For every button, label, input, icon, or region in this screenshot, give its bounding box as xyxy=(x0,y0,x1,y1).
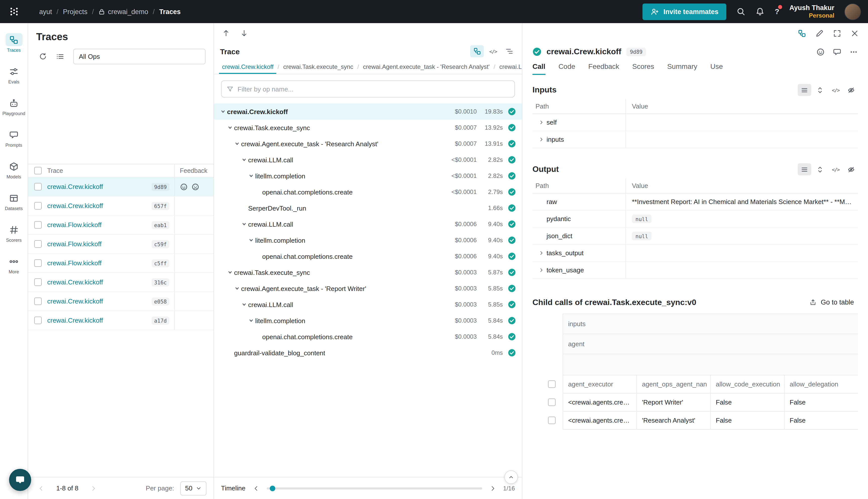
chevron-right-icon[interactable] xyxy=(535,137,546,142)
trace-name-link[interactable]: crewai.Crew.kickoff xyxy=(47,278,103,286)
op-name-filter-input[interactable] xyxy=(238,85,509,93)
tab-task-execute-sync[interactable]: crewai.Task.execute_sync xyxy=(280,59,356,74)
chevron-down-icon[interactable] xyxy=(247,173,255,179)
breadcrumb-entity[interactable]: ayut xyxy=(39,8,52,15)
chevron-down-icon[interactable] xyxy=(240,222,248,227)
chevron-down-icon[interactable] xyxy=(240,302,248,307)
per-page-select[interactable]: 50 xyxy=(180,481,207,495)
help-icon[interactable]: ? xyxy=(775,7,779,16)
timeline-slider-handle[interactable] xyxy=(270,485,275,491)
row-checkbox[interactable] xyxy=(34,221,41,229)
trace-tree-row[interactable]: guardrail-validate_blog_content 0ms xyxy=(214,345,522,361)
go-to-table-button[interactable]: Go to table xyxy=(805,296,858,308)
tab-code[interactable]: Code xyxy=(558,62,575,75)
table-row[interactable]: crewai.Crew.kickoff 9d89 xyxy=(28,178,213,196)
trace-tree-row[interactable]: crewai.Task.execute_sync $0.0007 13.92s xyxy=(214,120,522,136)
close-panel-button[interactable] xyxy=(851,29,859,37)
table-row[interactable]: crewai.Crew.kickoff 657f xyxy=(28,196,213,216)
sidebar-item-datasets[interactable]: Datasets xyxy=(0,185,28,217)
sidebar-item-models[interactable]: Models xyxy=(0,154,28,185)
call-id-badge[interactable]: 9d89 xyxy=(627,48,646,56)
trace-name-link[interactable]: crewai.Flow.kickoff xyxy=(47,221,101,229)
sidebar-item-playground[interactable]: Playground xyxy=(0,90,28,122)
chat-support-button[interactable] xyxy=(9,469,31,491)
open-in-tree-button[interactable] xyxy=(798,29,806,37)
sidebar-item-traces[interactable]: Traces xyxy=(0,27,28,59)
sidebar-item-prompts[interactable]: Prompts xyxy=(0,122,28,154)
code-view-button[interactable]: </> xyxy=(486,45,500,57)
breadcrumb-projects[interactable]: Projects xyxy=(63,8,88,15)
hide-values-button[interactable] xyxy=(844,163,858,175)
timeline-prev-button[interactable] xyxy=(250,483,261,494)
overflow-menu-icon[interactable] xyxy=(850,48,858,56)
tab-llm-call[interactable]: crewai.LLM.cal xyxy=(496,59,522,74)
table-row[interactable]: <crewai.agents.cre… 'Report Writer' Fals… xyxy=(563,393,858,412)
input-row-inputs[interactable]: inputs xyxy=(532,131,858,148)
avatar[interactable] xyxy=(844,3,861,20)
tab-crew-kickoff[interactable]: crewai.Crew.kickoff xyxy=(219,59,276,74)
tab-use[interactable]: Use xyxy=(710,62,723,75)
tree-view-button[interactable] xyxy=(470,45,484,57)
refresh-button[interactable] xyxy=(36,50,49,63)
chevron-right-icon[interactable] xyxy=(535,250,546,256)
trace-tree-row[interactable]: crewai.Crew.kickoff $0.0010 19.83s xyxy=(214,104,522,120)
row-checkbox[interactable] xyxy=(34,297,41,305)
tab-scores[interactable]: Scores xyxy=(632,62,654,75)
flame-view-button[interactable] xyxy=(502,45,516,57)
trace-tree-row[interactable]: openai.chat.completions.create $0.0003 5… xyxy=(214,329,522,345)
table-row[interactable]: crewai.Crew.kickoff e058 xyxy=(28,292,213,311)
prev-page-button[interactable] xyxy=(35,482,47,494)
trace-tree-row[interactable]: crewai.Task.execute_sync $0.0003 5.87s xyxy=(214,264,522,280)
select-all-checkbox[interactable] xyxy=(34,167,41,174)
expand-rows-button[interactable] xyxy=(813,84,827,96)
tab-feedback[interactable]: Feedback xyxy=(588,62,619,75)
chevron-down-icon[interactable] xyxy=(247,238,255,243)
sidebar-item-scorers[interactable]: Scorers xyxy=(0,217,28,249)
table-row[interactable]: crewai.Flow.kickoff eab1 xyxy=(28,216,213,235)
trace-name-link[interactable]: crewai.Crew.kickoff xyxy=(47,317,103,324)
row-checkbox[interactable] xyxy=(548,416,555,424)
output-row-json-dict[interactable]: json_dict null xyxy=(532,228,858,245)
row-checkbox[interactable] xyxy=(34,278,41,286)
table-row[interactable]: crewai.Flow.kickoff c59f xyxy=(28,235,213,254)
trace-tree-row[interactable]: litellm.completion $0.0003 5.84s xyxy=(214,313,522,329)
expand-rows-button[interactable] xyxy=(813,163,827,175)
rows-view-button[interactable] xyxy=(798,84,811,96)
add-reaction-icon[interactable] xyxy=(816,48,825,56)
rows-view-button[interactable] xyxy=(798,163,811,175)
input-row-self[interactable]: self xyxy=(532,114,858,131)
table-row[interactable]: <crewai.agents.cre… 'Research Analyst' F… xyxy=(563,412,858,430)
hide-values-button[interactable] xyxy=(844,84,858,96)
invite-teammates-button[interactable]: Invite teammates xyxy=(642,3,726,20)
tab-agent-execute-task[interactable]: crewai.Agent.execute_task - 'Research An… xyxy=(360,59,493,74)
output-row-pydantic[interactable]: pydantic null xyxy=(532,210,858,228)
trace-tree-row[interactable]: crewai.LLM.call $0.0006 9.40s xyxy=(214,216,522,232)
trace-tree-row[interactable]: crewai.LLM.call <$0.0001 2.82s xyxy=(214,152,522,168)
output-row-raw[interactable]: raw **Investment Report: AI in Chemical … xyxy=(532,194,858,210)
edit-button[interactable] xyxy=(815,29,824,37)
trace-tree-row[interactable]: crewai.LLM.call $0.0003 5.85s xyxy=(214,296,522,313)
column-settings-button[interactable] xyxy=(53,50,66,63)
chevron-down-icon[interactable] xyxy=(240,157,248,162)
row-checkbox[interactable] xyxy=(34,240,41,248)
positive-feedback-icon[interactable] xyxy=(180,183,188,191)
chevron-right-icon[interactable] xyxy=(535,267,546,273)
chevron-right-icon[interactable] xyxy=(535,120,546,125)
timeline-next-button[interactable] xyxy=(487,483,498,494)
comment-icon[interactable] xyxy=(833,48,841,56)
table-row[interactable]: crewai.Crew.kickoff a17d xyxy=(28,311,213,330)
user-menu[interactable]: Ayush Thakur Personal xyxy=(790,4,834,19)
breadcrumb-project[interactable]: crewai_demo xyxy=(98,8,148,15)
up-arrow-button[interactable] xyxy=(222,29,230,37)
sidebar-item-evals[interactable]: Evals xyxy=(0,59,28,90)
chevron-down-icon[interactable] xyxy=(233,141,241,146)
ops-filter-dropdown[interactable]: All Ops xyxy=(73,49,206,64)
timeline-slider[interactable] xyxy=(266,487,482,489)
trace-name-link[interactable]: crewai.Crew.kickoff xyxy=(47,202,103,209)
table-row[interactable]: crewai.Flow.kickoff c5ff xyxy=(28,254,213,273)
output-row-token-usage[interactable]: token_usage xyxy=(532,262,858,279)
trace-tree-row[interactable]: SerperDevTool._run 1.66s xyxy=(214,200,522,216)
chevron-down-icon[interactable] xyxy=(247,318,255,323)
wandb-logo-icon[interactable] xyxy=(5,2,23,21)
trace-name-link[interactable]: crewai.Crew.kickoff xyxy=(47,297,103,305)
